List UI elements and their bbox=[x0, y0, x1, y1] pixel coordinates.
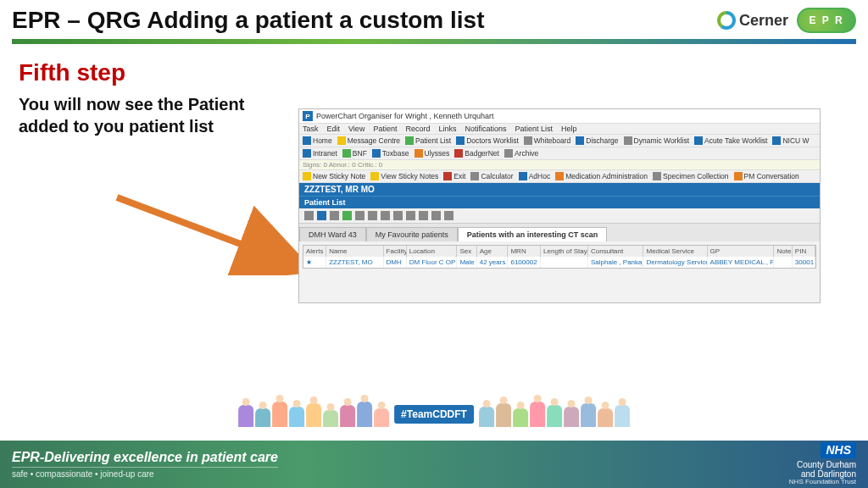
cell-mrn: 6100002 bbox=[508, 257, 541, 268]
strip-icon[interactable] bbox=[419, 211, 428, 220]
tb-bnf[interactable]: BNF bbox=[342, 149, 367, 158]
cell-name: ZZZTEST, MO bbox=[326, 257, 383, 268]
footer-title: EPR-Delivering excellence in patient car… bbox=[12, 450, 278, 465]
col-name[interactable]: Name bbox=[326, 246, 383, 257]
table-row[interactable]: ★ ZZZTEST, MO DMH DM Floor C OP Male 42 … bbox=[303, 257, 815, 268]
tb-acute-take[interactable]: Acute Take Worklist bbox=[694, 136, 767, 145]
col-gp[interactable]: GP bbox=[708, 246, 775, 257]
menu-notifications[interactable]: Notifications bbox=[465, 125, 506, 133]
tb-adhoc[interactable]: AdHoc bbox=[519, 172, 551, 180]
tb-intranet[interactable]: Intranet bbox=[303, 149, 337, 158]
status-line: Signs: 0 Abnor.: 0 Critic.: 0 bbox=[299, 160, 820, 170]
cell-location: DM Floor C OP bbox=[407, 257, 458, 268]
menu-view[interactable]: View bbox=[348, 125, 364, 133]
tb-exit[interactable]: Exit bbox=[443, 172, 465, 180]
tb-calculator[interactable]: Calculator bbox=[470, 172, 513, 180]
svg-line-0 bbox=[117, 197, 297, 265]
toolbar-row-2: Intranet BNF Toxbase Ulysses BadgerNet A… bbox=[299, 147, 820, 160]
app-screenshot: P PowerChart Organiser for Wright , Kenn… bbox=[298, 108, 821, 303]
cerner-logo: Cerner bbox=[717, 11, 788, 30]
menu-bar[interactable]: Task Edit View Patient Record Links Noti… bbox=[299, 124, 820, 135]
footer-subtitle: safe • compassionate • joined-up care bbox=[12, 467, 278, 479]
trust-line1: County Durham bbox=[789, 460, 856, 469]
nhs-logo: NHS bbox=[821, 442, 856, 458]
tb-dynamic-worklist[interactable]: Dynamic Worklist bbox=[624, 136, 690, 145]
strip-icon[interactable] bbox=[381, 211, 390, 220]
col-location[interactable]: Location bbox=[407, 246, 458, 257]
tb-doctors-worklist[interactable]: Doctors Worklist bbox=[456, 136, 519, 145]
cell-service: Dermatology Service bbox=[643, 257, 707, 268]
cell-gp: ABBEY MEDICAL , PRACTICE bbox=[708, 257, 775, 268]
tb-specimen[interactable]: Specimen Collection bbox=[653, 172, 728, 180]
menu-record[interactable]: Record bbox=[405, 125, 430, 133]
strip-icon[interactable] bbox=[342, 211, 352, 220]
sub-banner: Patient List bbox=[299, 196, 820, 208]
col-sex[interactable]: Sex bbox=[457, 246, 476, 257]
tb-message-centre[interactable]: Message Centre bbox=[337, 136, 400, 145]
step-body: You will now see the Patient added to yo… bbox=[0, 92, 263, 137]
tb-patient-list[interactable]: Patient List bbox=[405, 136, 451, 145]
trust-line3: NHS Foundation Trust bbox=[789, 479, 856, 486]
cell-note bbox=[774, 257, 792, 268]
tab-ward43[interactable]: DMH Ward 43 bbox=[299, 227, 366, 241]
cell-pin: 30001 bbox=[793, 257, 815, 268]
menu-links[interactable]: Links bbox=[438, 125, 456, 133]
strip-icon[interactable] bbox=[368, 211, 377, 220]
icon-strip bbox=[299, 208, 820, 224]
tb-pm-conv[interactable]: PM Conversation bbox=[734, 172, 799, 180]
strip-icon[interactable] bbox=[393, 211, 403, 220]
tb-discharge[interactable]: Discharge bbox=[576, 136, 618, 145]
tb-toxbase[interactable]: Toxbase bbox=[372, 149, 409, 158]
step-title: Fifth step bbox=[0, 44, 868, 92]
col-los[interactable]: Length of Stay bbox=[541, 246, 588, 257]
col-mrn[interactable]: MRN bbox=[508, 246, 541, 257]
menu-task[interactable]: Task bbox=[303, 125, 319, 133]
col-note[interactable]: Note bbox=[774, 246, 792, 257]
col-service[interactable]: Medical Service bbox=[643, 246, 707, 257]
toolbar-row-1: Home Message Centre Patient List Doctors… bbox=[299, 135, 820, 147]
tb-badgernet[interactable]: BadgerNet bbox=[454, 149, 499, 158]
tb-archive[interactable]: Archive bbox=[504, 149, 538, 158]
callout-arrow-icon bbox=[110, 191, 314, 275]
logo-group: Cerner E P R bbox=[717, 8, 856, 33]
menu-patient-list[interactable]: Patient List bbox=[515, 125, 553, 133]
col-pin[interactable]: PIN bbox=[793, 246, 815, 257]
col-alerts[interactable]: Alerts bbox=[303, 246, 326, 257]
col-age[interactable]: Age bbox=[477, 246, 509, 257]
strip-icon[interactable] bbox=[431, 211, 441, 220]
strip-icon[interactable] bbox=[355, 211, 364, 220]
cell-consultant: Salphale , Pankaj bbox=[588, 257, 643, 268]
epr-logo: E P R bbox=[797, 8, 856, 33]
cell-sex: Male bbox=[457, 257, 476, 268]
tab-favourites[interactable]: My Favourite patients bbox=[366, 227, 458, 241]
patient-name: ZZZTEST, MR MO bbox=[304, 185, 375, 194]
tb-ulysses[interactable]: Ulysses bbox=[415, 149, 450, 158]
footer-right: NHS County Durham and Darlington NHS Fou… bbox=[789, 442, 856, 486]
footer-left: EPR-Delivering excellence in patient car… bbox=[12, 450, 278, 479]
strip-icon[interactable] bbox=[317, 211, 326, 220]
cell-age: 42 years bbox=[477, 257, 509, 268]
menu-help[interactable]: Help bbox=[561, 125, 577, 133]
tb-whiteboard[interactable]: Whiteboard bbox=[524, 136, 570, 145]
tab-interesting-ct[interactable]: Patients with an interesting CT scan bbox=[458, 227, 608, 241]
strip-icon[interactable] bbox=[444, 211, 453, 220]
col-facility[interactable]: Facility bbox=[384, 246, 407, 257]
footer: EPR-Delivering excellence in patient car… bbox=[0, 441, 868, 488]
tb-view-sticky[interactable]: View Sticky Notes bbox=[370, 172, 438, 180]
cell-los bbox=[541, 257, 588, 268]
tb-home[interactable]: Home bbox=[303, 136, 332, 145]
tb-new-sticky[interactable]: New Sticky Note bbox=[303, 172, 365, 180]
cerner-label: Cerner bbox=[739, 12, 788, 30]
strip-icon[interactable] bbox=[304, 211, 314, 220]
strip-icon[interactable] bbox=[406, 211, 415, 220]
tb-med-admin[interactable]: Medication Administration bbox=[555, 172, 648, 180]
cerner-swirl-icon bbox=[717, 11, 736, 30]
strip-icon[interactable] bbox=[330, 211, 339, 220]
col-consultant[interactable]: Consultant bbox=[588, 246, 643, 257]
cell-alerts: ★ bbox=[303, 257, 326, 268]
people-illustration: #TeamCDDFT bbox=[238, 402, 630, 427]
menu-edit[interactable]: Edit bbox=[327, 125, 341, 133]
tb-nicu[interactable]: NICU W bbox=[772, 136, 809, 145]
menu-patient[interactable]: Patient bbox=[373, 125, 397, 133]
cell-facility: DMH bbox=[384, 257, 407, 268]
